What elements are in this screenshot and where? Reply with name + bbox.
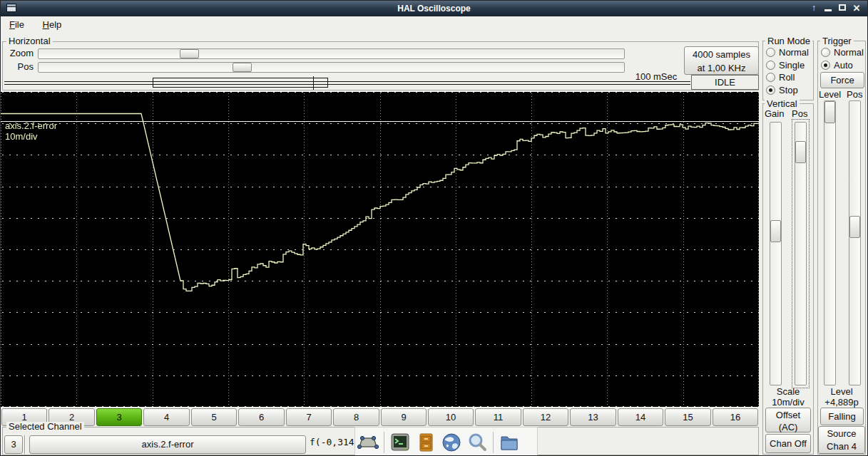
channel-button-7[interactable]: 7 <box>286 408 332 426</box>
vertical-frame-label: Vertical <box>765 99 800 109</box>
gain-slider[interactable] <box>770 122 782 385</box>
folder-icon[interactable] <box>497 430 521 455</box>
pos-label: Pos <box>6 61 34 72</box>
selected-channel-name-button[interactable]: axis.2.f-error <box>29 435 306 454</box>
channel-button-16[interactable]: 16 <box>713 408 758 426</box>
radio-icon[interactable] <box>766 61 775 70</box>
selected-channel-frame-label: Selected Channel <box>6 422 84 432</box>
trigger-position-tick <box>313 76 314 90</box>
run-mode-roll[interactable]: Roll <box>766 71 795 83</box>
scope-canvas <box>1 92 759 407</box>
trigger-level-slider-label: Level <box>819 89 841 100</box>
channel-button-10[interactable]: 10 <box>428 408 474 426</box>
trigger-pos-slider-label: Pos <box>847 89 862 100</box>
trigger-auto[interactable]: Auto <box>821 59 853 71</box>
channel-button-14[interactable]: 14 <box>618 408 663 426</box>
scale-value: 10m/div <box>762 397 814 408</box>
chan-off-button[interactable]: Chan Off <box>765 434 811 453</box>
channel-button-5[interactable]: 5 <box>191 408 237 426</box>
offset-button[interactable]: Offset (AC) <box>765 408 811 432</box>
selected-channel-number-button[interactable]: 3 <box>4 435 23 454</box>
record-indicator-line <box>4 81 690 85</box>
pos-slider[interactable] <box>38 62 625 73</box>
vertical-pos-slider[interactable] <box>795 122 807 385</box>
trigger-source-button[interactable]: Source Chan 4 <box>818 426 865 454</box>
panel-separator <box>384 432 384 453</box>
zoom-slider-thumb[interactable] <box>180 49 199 58</box>
force-button[interactable]: Force <box>820 72 864 88</box>
zoom-slider[interactable] <box>38 48 625 59</box>
hal-oscilloscope-window: HAL Oscilloscope ↑ ✕ File Help Horizonta… <box>0 0 868 456</box>
run-mode-normal[interactable]: Normal <box>766 46 809 58</box>
overlapping-launcher-panel <box>354 427 538 456</box>
channel-button-8[interactable]: 8 <box>333 408 379 426</box>
scope-display[interactable]: axis.2.f-error 10m/div <box>1 92 759 407</box>
vertical-pos-thumb[interactable] <box>795 141 806 163</box>
panel-separator <box>493 432 494 453</box>
channel-button-13[interactable]: 13 <box>570 408 616 426</box>
menu-help[interactable]: Help <box>36 16 69 33</box>
channel-button-9[interactable]: 9 <box>381 408 427 426</box>
channel-button-4[interactable]: 4 <box>143 408 190 426</box>
record-view-window[interactable] <box>153 78 328 88</box>
samples-button[interactable]: 4000 samples at 1,00 KHz <box>684 46 759 75</box>
minimize-button[interactable] <box>822 2 834 14</box>
trigger-pos-slider[interactable] <box>849 100 861 385</box>
scale-title: Scale <box>762 386 814 397</box>
trigger-level-thumb[interactable] <box>824 101 835 123</box>
run-mode-frame-label: Run Mode <box>765 36 812 46</box>
run-mode-single[interactable]: Single <box>766 59 805 71</box>
maximize-button[interactable] <box>836 2 849 14</box>
file-cabinet-icon[interactable] <box>414 430 438 455</box>
trigger-frame-label: Trigger <box>820 36 854 46</box>
window-title: HAL Oscilloscope <box>397 4 470 14</box>
trace-name-label: axis.2.f-error <box>5 120 57 131</box>
radio-icon[interactable] <box>821 48 830 57</box>
gain-slider-thumb[interactable] <box>770 220 781 242</box>
separator <box>24 435 26 454</box>
channel-button-3[interactable]: 3 <box>96 408 142 426</box>
radio-icon[interactable] <box>766 48 775 57</box>
trigger-level-title: Level <box>817 386 866 397</box>
minimize-icon <box>824 9 832 11</box>
radio-icon[interactable] <box>766 86 775 95</box>
pos-slider-thumb[interactable] <box>233 63 252 72</box>
trigger-edge-button[interactable]: Falling <box>820 408 864 425</box>
screen-corners-icon[interactable] <box>356 430 380 455</box>
globe-icon[interactable] <box>439 430 464 455</box>
radio-icon[interactable] <box>766 73 775 82</box>
gain-slider-label: Gain <box>765 108 784 119</box>
title-bar: HAL Oscilloscope ↑ ✕ <box>1 1 867 16</box>
menu-bar: File Help <box>1 16 867 34</box>
unmaximize-button[interactable]: ↑ <box>807 2 820 14</box>
channel-button-15[interactable]: 15 <box>665 408 711 426</box>
zoom-label: Zoom <box>6 48 34 58</box>
maximize-icon <box>839 4 846 11</box>
horizontal-frame-label: Horizontal <box>6 36 53 46</box>
trigger-level-slider[interactable] <box>824 100 836 385</box>
vertical-pos-slider-label: Pos <box>792 108 807 119</box>
trace-scale-label: 10m/div <box>5 131 38 142</box>
trigger-pos-thumb[interactable] <box>849 216 860 238</box>
run-mode-stop[interactable]: Stop <box>766 84 798 95</box>
magnifier-icon[interactable] <box>465 430 489 455</box>
trigger-normal[interactable]: Normal <box>821 46 864 58</box>
capture-status: IDLE <box>691 75 759 90</box>
channel-button-12[interactable]: 12 <box>523 408 568 426</box>
radio-icon[interactable] <box>821 61 830 70</box>
channel-button-6[interactable]: 6 <box>238 408 285 426</box>
channel-value-readout: f(-0,3148 <box>310 437 359 447</box>
menu-file[interactable]: File <box>2 16 31 33</box>
trigger-level-value: +4,889p <box>817 397 866 408</box>
close-button[interactable]: ✕ <box>850 2 863 14</box>
window-menu-icon[interactable] <box>6 4 16 12</box>
channel-button-11[interactable]: 11 <box>475 408 521 426</box>
terminal-icon[interactable] <box>388 430 412 455</box>
